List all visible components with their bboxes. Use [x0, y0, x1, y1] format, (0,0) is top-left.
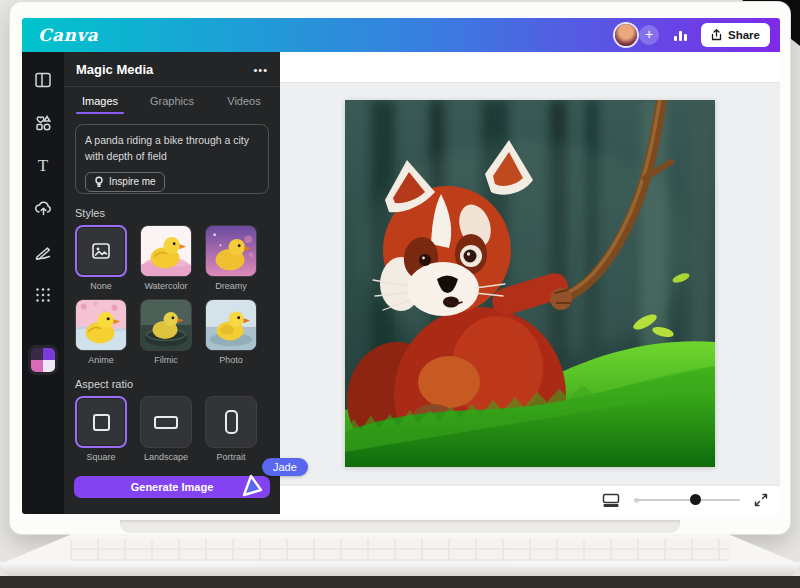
styles-heading: Styles — [75, 207, 269, 219]
aspect-ratio-heading: Aspect ratio — [75, 378, 269, 390]
style-label: Filmic — [140, 355, 192, 365]
style-dreamy[interactable] — [205, 225, 257, 277]
aspect-square[interactable] — [75, 396, 127, 448]
laptop-hinge — [120, 520, 680, 533]
share-label: Share — [728, 29, 760, 41]
magic-media-icon — [31, 348, 43, 360]
avatar[interactable] — [615, 24, 637, 46]
portrait-icon — [225, 410, 238, 434]
aspect-label: Landscape — [140, 452, 192, 462]
aspect-landscape[interactable] — [140, 396, 192, 448]
red-panda-illustration — [345, 100, 715, 467]
tab-videos[interactable]: Videos — [208, 87, 280, 114]
sidebar-item-magic-media[interactable] — [31, 348, 55, 372]
design-icon — [34, 71, 52, 89]
laptop-keys — [70, 539, 730, 561]
image-placeholder-icon — [91, 241, 111, 261]
cloud-upload-icon — [34, 199, 53, 218]
dreamy-duck-thumb — [206, 226, 256, 276]
canva-topbar: Canva + Share — [22, 18, 780, 52]
panel-menu-button[interactable]: ••• — [253, 64, 268, 76]
style-none[interactable] — [75, 225, 127, 277]
sidebar-item-apps[interactable] — [25, 273, 61, 316]
sidebar-item-design[interactable] — [25, 58, 61, 101]
sidebar: T — [22, 52, 64, 514]
editor-toolbar — [280, 52, 780, 82]
style-photo[interactable] — [205, 299, 257, 351]
style-label: Dreamy — [205, 281, 257, 291]
share-icon — [711, 29, 722, 41]
style-anime[interactable] — [75, 299, 127, 351]
square-icon — [93, 414, 110, 431]
panel-title: Magic Media — [76, 62, 153, 77]
style-options-row1 — [75, 225, 269, 277]
tab-images[interactable]: Images — [64, 87, 136, 114]
pages-view-icon[interactable] — [602, 493, 620, 508]
photo-duck-thumb — [206, 300, 256, 350]
add-collaborator-button[interactable]: + — [639, 25, 659, 45]
laptop-screen: Canva + Share — [22, 18, 780, 514]
style-watercolor[interactable] — [140, 225, 192, 277]
laptop-keyboard-deck — [0, 534, 800, 564]
fullscreen-icon[interactable] — [754, 493, 768, 507]
style-label: None — [75, 281, 127, 291]
watercolor-duck-thumb — [141, 226, 191, 276]
tab-graphics[interactable]: Graphics — [136, 87, 208, 114]
slider-track[interactable] — [634, 499, 740, 501]
style-labels-row1: None Watercolor Dreamy — [75, 277, 269, 291]
sidebar-item-text[interactable]: T — [25, 144, 61, 187]
sidebar-item-draw[interactable] — [25, 230, 61, 273]
elements-icon — [34, 114, 52, 132]
inspire-me-button[interactable]: Inspire me — [85, 172, 165, 192]
aspect-portrait[interactable] — [205, 396, 257, 448]
zoom-slider[interactable] — [634, 493, 740, 507]
style-filmic[interactable] — [140, 299, 192, 351]
style-label: Watercolor — [140, 281, 192, 291]
canva-logo: Canva — [38, 25, 98, 45]
style-labels-row2: Anime Filmic Photo — [75, 351, 269, 365]
style-label: Anime — [75, 355, 127, 365]
insights-icon[interactable] — [667, 24, 693, 46]
prompt-input[interactable]: A panda riding a bike through a city wit… — [75, 124, 269, 194]
style-label: Photo — [205, 355, 257, 365]
filmic-duck-thumb — [141, 300, 191, 350]
generated-image-red-panda[interactable] — [345, 100, 715, 467]
landscape-icon — [154, 416, 178, 429]
editor-area — [280, 52, 780, 514]
sidebar-item-uploads[interactable] — [25, 187, 61, 230]
prompt-text: A panda riding a bike through a city wit… — [85, 133, 259, 165]
anime-duck-thumb — [76, 300, 126, 350]
sidebar-item-elements[interactable] — [25, 101, 61, 144]
aspect-labels: Square Landscape Portrait — [75, 448, 269, 462]
apps-grid-icon — [35, 287, 51, 303]
slider-knob[interactable] — [690, 494, 701, 505]
share-button[interactable]: Share — [701, 23, 770, 47]
media-type-tabs: Images Graphics Videos — [64, 87, 280, 114]
aspect-ratio-options — [75, 396, 269, 448]
zoom-bottombar — [280, 485, 780, 514]
lightbulb-icon — [94, 176, 104, 188]
draw-icon — [34, 243, 52, 261]
style-options-row2 — [75, 299, 269, 351]
collaborator-name-badge: Jade — [262, 458, 308, 476]
aspect-label: Square — [75, 452, 127, 462]
magic-media-panel: Magic Media ••• Images Graphics Videos A… — [64, 52, 280, 514]
aspect-label: Portrait — [205, 452, 257, 462]
table-surface — [0, 576, 800, 588]
cursor-pointer-icon — [240, 471, 266, 499]
